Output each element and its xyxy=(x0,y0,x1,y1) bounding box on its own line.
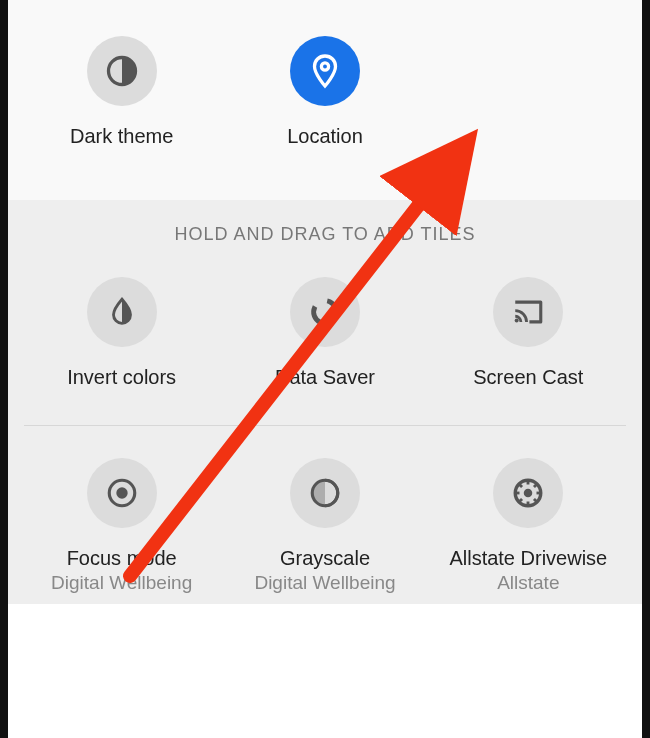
svg-point-3 xyxy=(515,319,519,323)
active-tiles-grid: Dark theme Location xyxy=(8,30,642,158)
drag-instruction: HOLD AND DRAG TO ADD TILES xyxy=(8,224,642,245)
cast-icon xyxy=(493,277,563,347)
dark-theme-icon xyxy=(87,36,157,106)
tile-invert-colors[interactable]: Invert colors xyxy=(20,271,223,399)
focus-ring-icon xyxy=(87,458,157,528)
tile-label: Focus mode xyxy=(67,546,177,570)
row-divider xyxy=(24,425,626,426)
tile-sublabel: Digital Wellbeing xyxy=(51,572,192,594)
active-tiles-panel: Dark theme Location xyxy=(8,0,642,200)
half-circle-outline-icon xyxy=(290,458,360,528)
available-tiles-panel: HOLD AND DRAG TO ADD TILES Invert colors xyxy=(8,200,642,604)
tile-data-saver[interactable]: Data Saver xyxy=(223,271,426,399)
tile-dark-theme[interactable]: Dark theme xyxy=(20,30,223,158)
svg-line-14 xyxy=(534,499,537,502)
droplet-half-icon xyxy=(87,277,157,347)
svg-point-2 xyxy=(310,297,340,327)
tile-grayscale[interactable]: Grayscale Digital Wellbeing xyxy=(223,452,426,604)
tile-label: Screen Cast xyxy=(473,365,583,389)
tile-screen-cast[interactable]: Screen Cast xyxy=(427,271,630,399)
svg-line-15 xyxy=(519,499,522,502)
available-row-2: Focus mode Digital Wellbeing Grayscale D… xyxy=(8,452,642,604)
wheel-icon xyxy=(493,458,563,528)
tile-label: Dark theme xyxy=(70,124,173,148)
tile-label: Invert colors xyxy=(67,365,176,389)
svg-point-5 xyxy=(116,487,127,498)
tile-sublabel: Allstate xyxy=(497,572,559,594)
tile-label: Allstate Drivewise xyxy=(449,546,607,570)
qs-edit-panel: Dark theme Location HOLD AND DRAG TO ADD… xyxy=(0,0,650,738)
tile-label: Grayscale xyxy=(280,546,370,570)
available-row-1: Invert colors Data Saver xyxy=(8,271,642,399)
tile-label: Location xyxy=(287,124,363,148)
tile-allstate-drivewise[interactable]: Allstate Drivewise Allstate xyxy=(427,452,630,604)
tile-focus-mode[interactable]: Focus mode Digital Wellbeing xyxy=(20,452,223,604)
tile-sublabel: Digital Wellbeing xyxy=(254,572,395,594)
svg-point-8 xyxy=(524,489,533,498)
location-pin-icon xyxy=(290,36,360,106)
ring-gap-icon xyxy=(290,277,360,347)
svg-line-16 xyxy=(534,484,537,487)
tile-location[interactable]: Location xyxy=(223,30,426,158)
tile-label: Data Saver xyxy=(275,365,375,389)
svg-point-1 xyxy=(321,63,328,70)
svg-line-13 xyxy=(519,484,522,487)
